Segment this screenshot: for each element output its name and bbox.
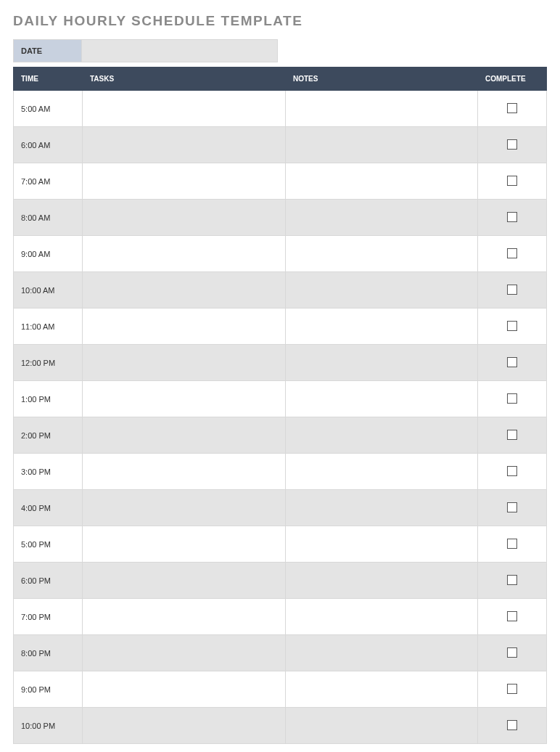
- tasks-input[interactable]: [90, 200, 278, 235]
- time-cell: 10:00 AM: [14, 272, 83, 308]
- tasks-input[interactable]: [90, 708, 278, 743]
- time-cell: 8:00 PM: [14, 635, 83, 671]
- notes-input[interactable]: [293, 163, 470, 199]
- notes-input[interactable]: [293, 272, 470, 308]
- table-row: 7:00 PM: [14, 599, 547, 635]
- notes-input[interactable]: [293, 671, 470, 707]
- complete-checkbox[interactable]: [507, 176, 517, 186]
- notes-input[interactable]: [293, 345, 470, 380]
- notes-input[interactable]: [293, 127, 470, 163]
- notes-cell: [286, 381, 478, 417]
- date-input[interactable]: [82, 39, 278, 62]
- table-row: 3:00 PM: [14, 454, 547, 490]
- tasks-cell: [83, 417, 286, 454]
- notes-input[interactable]: [293, 490, 470, 526]
- tasks-input[interactable]: [90, 345, 278, 380]
- complete-cell: [478, 272, 547, 308]
- complete-cell: [478, 671, 547, 708]
- tasks-input[interactable]: [90, 563, 278, 598]
- table-row: 11:00 AM: [14, 308, 547, 345]
- complete-checkbox[interactable]: [507, 321, 517, 331]
- complete-checkbox[interactable]: [507, 647, 517, 658]
- header-row: TIME TASKS NOTES COMPLETE: [14, 68, 547, 91]
- tasks-input[interactable]: [90, 526, 278, 562]
- complete-checkbox[interactable]: [507, 139, 517, 150]
- tasks-cell: [83, 671, 286, 708]
- table-row: 8:00 AM: [14, 200, 547, 236]
- complete-checkbox[interactable]: [507, 393, 517, 404]
- notes-input[interactable]: [293, 381, 470, 417]
- time-cell: 8:00 AM: [14, 200, 83, 236]
- notes-cell: [286, 635, 478, 671]
- tasks-input[interactable]: [90, 635, 278, 671]
- notes-input[interactable]: [293, 308, 470, 344]
- notes-cell: [286, 236, 478, 272]
- schedule-table: TIME TASKS NOTES COMPLETE 5:00 AM6:00 AM…: [13, 67, 547, 744]
- complete-checkbox[interactable]: [507, 684, 517, 694]
- complete-cell: [478, 345, 547, 381]
- complete-checkbox[interactable]: [507, 611, 517, 621]
- tasks-input[interactable]: [90, 163, 278, 199]
- time-cell: 10:00 PM: [14, 708, 83, 744]
- tasks-input[interactable]: [90, 308, 278, 344]
- notes-input[interactable]: [293, 417, 470, 453]
- tasks-input[interactable]: [90, 599, 278, 634]
- complete-checkbox[interactable]: [507, 248, 517, 258]
- table-row: 5:00 PM: [14, 526, 547, 563]
- complete-checkbox[interactable]: [507, 212, 517, 222]
- complete-checkbox[interactable]: [507, 357, 517, 367]
- complete-checkbox[interactable]: [507, 720, 517, 730]
- time-cell: 11:00 AM: [14, 308, 83, 345]
- notes-input[interactable]: [293, 236, 470, 271]
- notes-input[interactable]: [293, 526, 470, 562]
- complete-cell: [478, 599, 547, 635]
- tasks-cell: [83, 708, 286, 744]
- complete-checkbox[interactable]: [507, 539, 517, 549]
- notes-cell: [286, 599, 478, 635]
- tasks-input[interactable]: [90, 671, 278, 707]
- complete-checkbox[interactable]: [507, 575, 517, 585]
- tasks-input[interactable]: [90, 91, 278, 126]
- notes-cell: [286, 345, 478, 381]
- time-cell: 1:00 PM: [14, 381, 83, 417]
- tasks-cell: [83, 308, 286, 345]
- tasks-input[interactable]: [90, 236, 278, 271]
- time-cell: 6:00 PM: [14, 563, 83, 599]
- complete-checkbox[interactable]: [507, 103, 517, 113]
- tasks-cell: [83, 599, 286, 635]
- table-row: 10:00 PM: [14, 708, 547, 744]
- table-row: 4:00 PM: [14, 490, 547, 526]
- tasks-cell: [83, 563, 286, 599]
- notes-cell: [286, 671, 478, 708]
- tasks-input[interactable]: [90, 454, 278, 489]
- notes-input[interactable]: [293, 563, 470, 598]
- table-row: 2:00 PM: [14, 417, 547, 454]
- notes-input[interactable]: [293, 708, 470, 743]
- table-row: 7:00 AM: [14, 163, 547, 200]
- tasks-input[interactable]: [90, 381, 278, 417]
- table-row: 9:00 AM: [14, 236, 547, 272]
- notes-input[interactable]: [293, 91, 470, 126]
- complete-checkbox[interactable]: [507, 502, 517, 512]
- notes-input[interactable]: [293, 200, 470, 235]
- tasks-input[interactable]: [90, 490, 278, 526]
- complete-cell: [478, 417, 547, 454]
- tasks-input[interactable]: [90, 127, 278, 163]
- complete-checkbox[interactable]: [507, 430, 517, 440]
- notes-input[interactable]: [293, 599, 470, 634]
- tasks-input[interactable]: [90, 272, 278, 308]
- notes-cell: [286, 563, 478, 599]
- complete-cell: [478, 490, 547, 526]
- notes-input[interactable]: [293, 454, 470, 489]
- tasks-input[interactable]: [90, 417, 278, 453]
- tasks-cell: [83, 272, 286, 308]
- time-cell: 9:00 PM: [14, 671, 83, 708]
- time-cell: 3:00 PM: [14, 454, 83, 490]
- tasks-cell: [83, 490, 286, 526]
- complete-checkbox[interactable]: [507, 285, 517, 295]
- complete-checkbox[interactable]: [507, 466, 517, 476]
- notes-input[interactable]: [293, 635, 470, 671]
- table-row: 5:00 AM: [14, 91, 547, 127]
- complete-cell: [478, 91, 547, 127]
- tasks-cell: [83, 345, 286, 381]
